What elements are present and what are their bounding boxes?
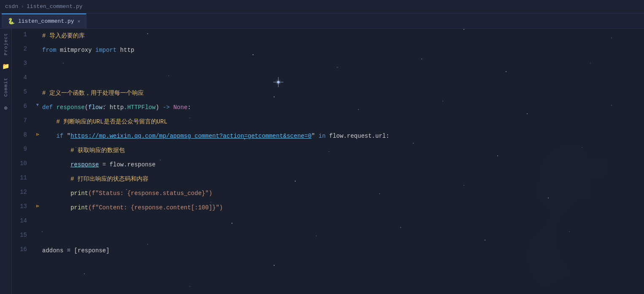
line-num-4: 4 xyxy=(12,72,33,83)
line-num-16: 16 xyxy=(12,243,33,255)
line-num-12: 12 xyxy=(12,186,33,198)
code-line-12: 12 print(f"Status: {response.status_code… xyxy=(12,186,644,200)
line-num-8: 8 xyxy=(12,129,33,141)
code-content-1: # 导入必要的库 xyxy=(42,29,644,43)
comment-1: # 导入必要的库 xyxy=(42,32,85,39)
code-line-11: 11 # 打印出响应的状态码和内容 xyxy=(12,172,644,186)
weixin-url: https://mp.weixin.qq.com/mp/appmsg_comme… xyxy=(70,133,311,139)
import-http: http xyxy=(116,47,134,53)
code-content-12: print(f"Status: {response.status_code}") xyxy=(42,186,644,200)
sidebar: Project 📁 Commit ⊕ xyxy=(0,29,12,294)
line-num-11: 11 xyxy=(12,172,33,184)
code-line-7: 7 # 判断响应的URL是否是公众号留言的URL xyxy=(12,115,644,129)
code-content-10: response = flow.response xyxy=(42,158,644,172)
tab-close-button[interactable]: ✕ xyxy=(78,19,81,24)
assign-10: = flow.response xyxy=(99,161,155,168)
line-num-1: 1 xyxy=(12,29,33,40)
kw-def: def xyxy=(42,104,53,111)
tab-listen-comment[interactable]: 🐍 listen_comment.py ✕ xyxy=(2,13,86,28)
line-num-10: 10 xyxy=(12,158,33,169)
code-content-16: addons = [response] xyxy=(42,243,644,258)
code-line-8: 8 ⊳ if "https://mp.weixin.qq.com/mp/appm… xyxy=(12,129,644,143)
line-num-15: 15 xyxy=(12,229,33,241)
code-content-5: # 定义一个函数，用于处理每一个响应 xyxy=(42,86,644,100)
code-line-5: 5 # 定义一个函数，用于处理每一个响应 xyxy=(12,86,644,100)
gutter-12 xyxy=(33,186,42,191)
main-area: Project 📁 Commit ⊕ 1 # 导入必要的库 2 from mit… xyxy=(0,29,644,294)
print-13: print xyxy=(70,204,88,211)
gutter-16 xyxy=(33,243,42,249)
code-line-14: 14 xyxy=(12,215,644,229)
sidebar-folder-icon[interactable]: 📁 xyxy=(2,63,9,70)
gutter-6[interactable]: ▼ xyxy=(33,100,42,110)
code-content-15 xyxy=(42,229,644,243)
tab-bar: 🐍 listen_comment.py ✕ xyxy=(0,13,644,29)
gutter-11 xyxy=(33,172,42,177)
gutter-10 xyxy=(33,158,42,163)
code-content-6: def response(flow: http.HTTPFlow) -> Non… xyxy=(42,100,644,115)
line-num-7: 7 xyxy=(12,115,33,126)
breadcrumb-separator: › xyxy=(21,3,24,10)
module-name: mitmproxy xyxy=(57,47,95,53)
colon-type: : xyxy=(102,104,110,111)
code-content-7: # 判断响应的URL是否是公众号留言的URL xyxy=(42,115,644,129)
addons-line: addons = [response] xyxy=(42,247,110,254)
comment-9: # 获取响应的数据包 xyxy=(42,147,125,154)
fold-icon-6[interactable]: ▼ xyxy=(36,103,39,107)
func-name: response xyxy=(57,104,85,111)
code-editor[interactable]: 1 # 导入必要的库 2 from mitmproxy import http … xyxy=(12,29,644,294)
line-num-13: 13 xyxy=(12,200,33,212)
line-num-2: 2 xyxy=(12,43,33,55)
gutter-9 xyxy=(33,143,42,148)
gutter-13[interactable]: ⊳ xyxy=(33,200,42,212)
gutter-7 xyxy=(33,115,42,120)
gutter-3 xyxy=(33,57,42,62)
indent-8 xyxy=(42,133,57,139)
quote-close: " xyxy=(312,133,319,139)
flow-request: flow.request.url: xyxy=(326,133,389,139)
kw-none: None xyxy=(173,104,188,111)
space-6 xyxy=(53,104,56,111)
kw-import: import xyxy=(95,47,116,53)
sidebar-commit-icon[interactable]: ⊕ xyxy=(4,104,7,112)
tab-label: listen_comment.py xyxy=(18,18,74,24)
var-response: response xyxy=(70,161,99,168)
code-content-9: # 获取响应的数据包 xyxy=(42,143,644,158)
code-content-4 xyxy=(42,72,644,86)
breadcrumb-file[interactable]: listen_comment.py xyxy=(27,3,83,10)
paren-open: ( xyxy=(85,104,88,111)
gutter-2 xyxy=(33,43,42,48)
comment-7: # 判断响应的URL是否是公众号留言的URL xyxy=(42,118,167,125)
bookmark-icon-13[interactable]: ⊳ xyxy=(36,203,39,209)
code-line-6: 6 ▼ def response(flow: http.HTTPFlow) ->… xyxy=(12,100,644,115)
bookmark-icon-8[interactable]: ⊳ xyxy=(36,131,39,138)
indent-10 xyxy=(42,161,70,168)
fstring-13: (f"Content: {response.content[:100]}") xyxy=(88,204,223,211)
code-content-8: if "https://mp.weixin.qq.com/mp/appmsg_c… xyxy=(42,129,644,143)
code-line-13: 13 ⊳ print(f"Content: {response.content[… xyxy=(12,200,644,215)
gutter-4 xyxy=(33,72,42,77)
space-arrow xyxy=(170,104,173,111)
kw-if: if xyxy=(57,133,64,139)
code-line-9: 9 # 获取响应的数据包 xyxy=(12,143,644,158)
fstring-12: (f"Status: {response.status_code}") xyxy=(88,190,212,197)
paren-close: ) xyxy=(156,104,163,111)
code-line-4: 4 xyxy=(12,72,644,86)
code-content-11: # 打印出响应的状态码和内容 xyxy=(42,172,644,186)
breadcrumb-csdn[interactable]: csdn xyxy=(5,3,18,10)
sidebar-commit-label[interactable]: Commit xyxy=(3,78,8,97)
app-container: csdn › listen_comment.py 🐍 listen_commen… xyxy=(0,0,644,294)
line-num-5: 5 xyxy=(12,86,33,98)
sidebar-project-label[interactable]: Project xyxy=(3,33,8,55)
gutter-15 xyxy=(33,229,42,234)
httpflow-class: .HTTPFlow xyxy=(124,104,156,111)
python-file-icon: 🐍 xyxy=(8,18,15,25)
code-content-14 xyxy=(42,215,644,229)
print-12: print xyxy=(70,190,88,197)
def-colon: : xyxy=(188,104,191,111)
indent-12 xyxy=(42,190,70,197)
gutter-8[interactable]: ⊳ xyxy=(33,129,42,140)
line-num-3: 3 xyxy=(12,57,33,69)
code-line-1: 1 # 导入必要的库 xyxy=(12,29,644,43)
line-num-6: 6 xyxy=(12,100,33,112)
